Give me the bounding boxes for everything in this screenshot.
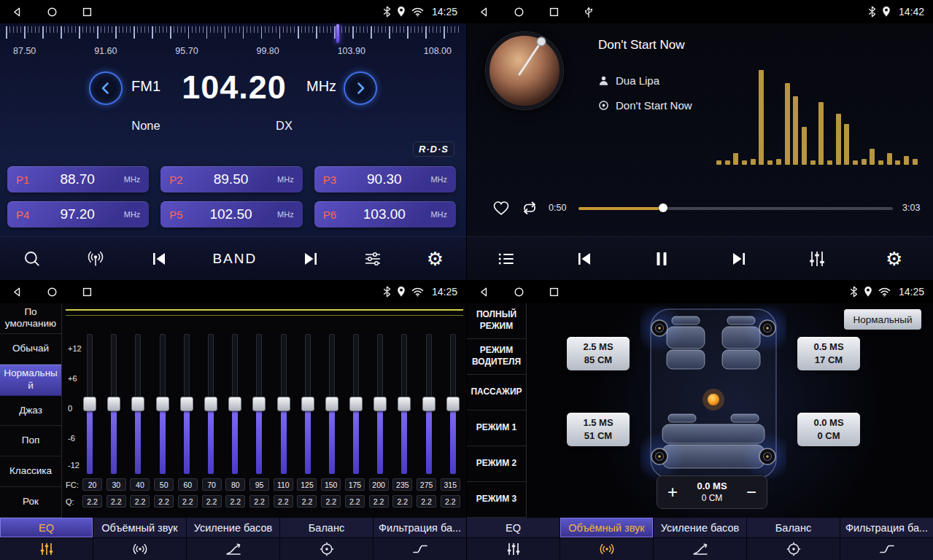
pause-icon[interactable] [654,250,670,268]
eq-slider-handle[interactable] [422,397,435,411]
eq-preset-default[interactable]: По умолчанию [0,303,61,334]
filter-icon[interactable] [840,538,933,560]
previous-track-icon[interactable] [576,251,593,267]
eq-band-slider[interactable] [422,334,436,474]
eq-faders-icon[interactable] [467,538,560,560]
preset-button-p6[interactable]: P6103.00MHz [314,201,456,228]
eq-preset-classic[interactable]: Классика [0,456,61,487]
tab-bass-boost[interactable]: Усиление басов [654,518,747,537]
repeat-icon[interactable] [520,200,539,216]
settings-gear-icon[interactable]: ⚙ [886,249,902,268]
sound-preset-button[interactable]: Нормальный [844,309,921,330]
eq-band-slider[interactable] [204,334,218,474]
eq-slider-handle[interactable] [180,397,193,411]
eq-slider-handle[interactable] [83,397,96,411]
eq-slider-handle[interactable] [131,397,144,411]
recents-icon[interactable] [82,287,93,298]
tune-settings-icon[interactable] [364,251,382,267]
broadcast-icon[interactable] [86,250,105,268]
tuning-scale[interactable] [6,26,459,44]
eq-slider-handle[interactable] [446,397,460,411]
tab-filter[interactable]: Фильтрация ба... [840,518,933,537]
eq-slider-handle[interactable] [204,397,217,411]
tab-eq[interactable]: EQ [0,518,93,537]
eq-band-slider[interactable] [397,334,411,474]
tab-bass-boost[interactable]: Усиление басов [187,518,280,537]
eq-preset-rock[interactable]: Рок [0,487,61,518]
eq-band-slider[interactable] [82,334,97,474]
mode-driver[interactable]: РЕЖИМ ВОДИТЕЛЯ [467,339,526,375]
band-button[interactable]: BAND [212,251,257,267]
delay-rear-right[interactable]: 0.0 MS 0 CM [797,413,860,446]
back-icon[interactable] [479,7,489,18]
playlist-icon[interactable] [498,252,515,266]
delay-front-right[interactable]: 0.5 MS 17 CM [797,337,860,370]
balance-icon[interactable] [747,538,840,560]
back-icon[interactable] [12,287,23,298]
eq-band-slider[interactable] [228,334,242,474]
mode-1[interactable]: РЕЖИМ 1 [467,411,526,446]
eq-slider-handle[interactable] [301,397,314,411]
favorite-heart-icon[interactable] [492,199,511,217]
eq-band-slider[interactable] [325,334,339,474]
eq-preset-jazz[interactable]: Джаз [0,396,61,427]
home-icon[interactable] [47,7,58,18]
balance-icon[interactable] [280,538,373,560]
surround-icon[interactable] [560,538,654,560]
eq-faders-icon[interactable] [0,538,93,560]
mode-3[interactable]: РЕЖИМ 3 [467,482,526,518]
mixer-icon[interactable] [809,250,825,268]
progress-slider[interactable] [578,203,893,213]
back-icon[interactable] [12,7,23,18]
delay-increase-button[interactable]: + [657,476,688,508]
scan-icon[interactable] [23,249,42,268]
eq-band-slider[interactable] [179,334,194,474]
delay-decrease-button[interactable]: − [736,476,767,508]
tab-balance[interactable]: Баланс [280,518,373,537]
tab-surround[interactable]: Объёмный звук [560,518,654,537]
eq-slider-handle[interactable] [373,397,387,411]
delay-front-left[interactable]: 2.5 MS 85 CM [567,337,630,370]
mode-full[interactable]: ПОЛНЫЙ РЕЖИМ [467,303,526,339]
preset-button-p2[interactable]: P289.50MHz [160,166,302,192]
eq-preset-custom[interactable]: Обычай [0,334,61,365]
eq-band-slider[interactable] [301,334,315,474]
back-icon[interactable] [479,287,489,298]
mode-passenger[interactable]: ПАССАЖИР [467,375,526,411]
eq-band-slider[interactable] [155,334,170,474]
eq-band-slider[interactable] [349,334,363,474]
next-track-icon[interactable] [730,251,748,267]
mode-2[interactable]: РЕЖИМ 2 [467,446,526,482]
settings-gear-icon[interactable]: ⚙ [427,249,444,268]
tab-balance[interactable]: Баланс [747,518,840,537]
eq-preset-normal[interactable]: Нормальный [0,365,61,396]
home-icon[interactable] [47,287,58,298]
home-icon[interactable] [514,7,524,18]
progress-thumb[interactable] [659,203,667,212]
eq-slider-handle[interactable] [325,397,338,411]
recents-icon[interactable] [549,287,560,298]
delay-rear-left[interactable]: 1.5 MS 51 CM [567,413,630,446]
preset-button-p3[interactable]: P390.30MHz [314,166,456,192]
eq-band-slider[interactable] [107,334,121,474]
home-icon[interactable] [514,287,524,298]
recents-icon[interactable] [549,7,560,18]
preset-button-p1[interactable]: P188.70MHz [7,166,149,192]
eq-band-slider[interactable] [131,334,145,474]
filter-icon[interactable] [373,538,466,560]
eq-slider-handle[interactable] [398,397,411,411]
tab-eq[interactable]: EQ [467,518,560,537]
eq-band-slider[interactable] [446,334,460,474]
eq-preset-pop[interactable]: Поп [0,426,61,456]
surround-icon[interactable] [93,538,187,560]
eq-slider-handle[interactable] [252,397,266,411]
bass-boost-icon[interactable] [654,538,747,560]
next-station-icon[interactable] [302,251,320,267]
preset-button-p5[interactable]: P5102.50MHz [160,201,302,228]
eq-slider-handle[interactable] [156,397,169,411]
eq-band-slider[interactable] [373,334,387,474]
eq-slider-handle[interactable] [228,397,241,411]
bass-boost-icon[interactable] [187,538,280,560]
preset-button-p4[interactable]: P497.20MHz [7,201,149,228]
previous-station-icon[interactable] [150,251,168,267]
